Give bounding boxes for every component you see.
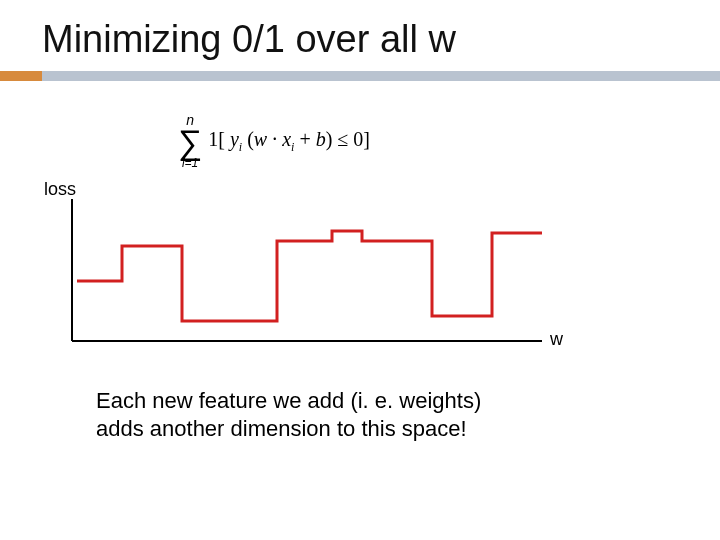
loss-curve <box>77 231 542 321</box>
title-rule <box>0 71 720 81</box>
f-dot: · <box>272 128 277 150</box>
f-rp: ) <box>326 128 333 150</box>
x-axis-label: w <box>550 329 563 350</box>
f-zero: 0 <box>353 128 363 150</box>
rule-gray <box>0 71 720 81</box>
f-lp: ( <box>247 128 254 150</box>
f-w: w <box>254 128 267 150</box>
f-x: x <box>282 128 291 150</box>
chart-svg <box>62 191 562 351</box>
loss-formula: n ∑ i=1 1[ yi (w · xi + b) ≤ 0] <box>178 113 720 169</box>
f-one: 1 <box>208 128 218 150</box>
y-axis-label: loss <box>44 179 76 200</box>
f-yi: i <box>239 140 242 154</box>
caption-line-2: adds another dimension to this space! <box>96 416 467 441</box>
f-plus: + <box>299 128 310 150</box>
sum-lower: i=1 <box>182 157 198 169</box>
sum-symbol: n ∑ i=1 <box>178 113 202 169</box>
caption-line-1: Each new feature we add (i. e. weights) <box>96 388 481 413</box>
slide-title: Minimizing 0/1 over all w <box>42 18 720 61</box>
f-y: y <box>230 128 239 150</box>
f-lbrack: [ <box>218 128 225 150</box>
indicator-expression: 1[ yi (w · xi + b) ≤ 0] <box>208 128 370 155</box>
sigma-icon: ∑ <box>178 125 202 159</box>
f-rbrack: ] <box>363 128 370 150</box>
rule-orange <box>0 71 42 81</box>
f-b: b <box>316 128 326 150</box>
f-xi: i <box>291 140 294 154</box>
slide-caption: Each new feature we add (i. e. weights) … <box>96 387 566 442</box>
f-le: ≤ <box>337 128 348 150</box>
loss-chart: loss w <box>62 191 720 351</box>
